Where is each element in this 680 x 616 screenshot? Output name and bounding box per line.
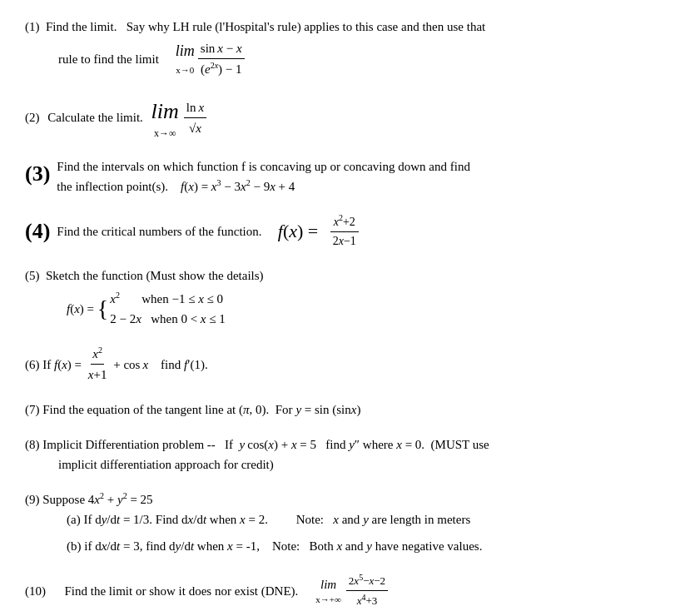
- piecewise-cases: x2 when −1 ≤ x ≤ 0 2 − 2x when 0 < x ≤ 1: [110, 289, 226, 329]
- problem-9-parta: (a) If dy/dt = 1/3. Find dx/dt when x = …: [67, 509, 655, 529]
- problem-10: (10) Find the limit or show it does nor …: [25, 571, 655, 610]
- problem-8-line2: implicit differentiation approach for cr…: [58, 455, 655, 474]
- denominator-2: √x: [186, 118, 204, 138]
- problem-4-number: (4): [25, 214, 50, 249]
- problem-1-text1: Find the limit. Say why LH rule (l'Hospi…: [46, 20, 485, 33]
- problem-6-row: (6) If f(x) = x2 x+1 + cos x find f′(1).: [25, 344, 655, 385]
- problem-2-number: (2): [25, 107, 42, 127]
- problem-4-text: Find the critical numbers of the functio…: [57, 221, 271, 241]
- lim-operator-2: lim x→∞: [151, 94, 179, 142]
- problem-6: (6) If f(x) = x2 x+1 + cos x find f′(1).: [25, 344, 655, 385]
- fraction-6: x2 x+1: [87, 344, 109, 385]
- problem-1-formula: lim x→0 sin x − x (e2x) − 1: [176, 38, 245, 79]
- lim-text-2: lim: [151, 94, 179, 129]
- lim-subscript-1: x→0: [176, 63, 194, 78]
- problem-3-row: (3) Find the intervals on which function…: [25, 156, 655, 196]
- problem-3-number: (3): [25, 156, 50, 191]
- problem-1-line2: rule to find the limit lim x→0 sin x − x…: [25, 38, 655, 79]
- problem-10-number: (10) Find the limit or show it does nor …: [25, 581, 310, 601]
- fraction-10: 2x5−x−2 x4+3: [346, 571, 388, 610]
- numerator-2: ln x: [184, 97, 206, 118]
- numerator-6: x2: [91, 344, 104, 365]
- numerator-10: 2x5−x−2: [346, 571, 388, 591]
- lim-subscript-10: x→+∞: [315, 593, 341, 608]
- problem-1-line1: (1) Find the limit. Say why LH rule (l'H…: [25, 17, 655, 37]
- denominator-1: (e2x) − 1: [198, 59, 245, 79]
- problem-2-text: Calculate the limit.: [47, 107, 146, 127]
- problem-3-text2: the inflection point(s). f(x) = x3 − 3x2…: [57, 176, 470, 196]
- problem-3: (3) Find the intervals on which function…: [25, 156, 655, 196]
- piecewise-case1: x2 when −1 ≤ x ≤ 0: [110, 289, 226, 309]
- lim-text-10: lim: [320, 574, 336, 594]
- problem-3-text1: Find the intervals on which function f i…: [57, 156, 470, 176]
- problem-9-line1: (9) Suppose 4x2 + y2 = 25: [25, 489, 655, 509]
- problem-5-line1: (5) Sketch the function (Must show the d…: [25, 266, 655, 286]
- lim-operator-1: lim x→0: [176, 39, 195, 77]
- problem-1-text2: rule to find the limit: [58, 49, 159, 69]
- piecewise-brace: {: [97, 297, 108, 320]
- numerator-1: sin x − x: [198, 38, 245, 59]
- fraction-1: sin x − x (e2x) − 1: [198, 38, 245, 79]
- fraction-2: ln x √x: [184, 97, 206, 138]
- problem-6-text2: + cos x find f′(1).: [110, 355, 207, 375]
- denominator-6: x+1: [87, 365, 109, 385]
- problem-3-content: Find the intervals on which function f i…: [57, 156, 470, 196]
- problem-4-fx: f(x) =: [278, 216, 323, 246]
- problem-2-row: (2) Calculate the limit. lim x→∞ ln x √x: [25, 94, 655, 142]
- problem-5-formula: f(x) = { x2 when −1 ≤ x ≤ 0 2 − 2x when …: [67, 289, 655, 329]
- denominator-4: 2x−1: [330, 232, 360, 251]
- problem-1: (1) Find the limit. Say why LH rule (l'H…: [25, 17, 655, 79]
- problem-10-row: (10) Find the limit or show it does nor …: [25, 571, 655, 610]
- piecewise-case2: 2 − 2x when 0 < x ≤ 1: [110, 309, 226, 329]
- denominator-10: x4+3: [355, 591, 380, 610]
- problem-4: (4) Find the critical numbers of the fun…: [25, 211, 655, 251]
- fraction-4: x2+2 2x−1: [330, 211, 360, 251]
- numerator-4: x2+2: [330, 211, 359, 232]
- problem-7: (7) Find the equation of the tangent lin…: [25, 400, 655, 420]
- problem-9-partb: (b) if dx/dt = 3, find dy/dt when x = -1…: [67, 536, 655, 556]
- problem-2: (2) Calculate the limit. lim x→∞ ln x √x: [25, 94, 655, 142]
- problem-9: (9) Suppose 4x2 + y2 = 25 (a) If dy/dt =…: [25, 489, 655, 556]
- lim-text-1: lim: [176, 39, 195, 63]
- problem-8: (8) Implicit Differentiation problem -- …: [25, 435, 655, 474]
- problem-6-number: (6) If f(x) =: [25, 355, 85, 375]
- problem-7-text: (7) Find the equation of the tangent lin…: [25, 403, 360, 416]
- lim-operator-10: lim x→+∞: [315, 574, 341, 608]
- problem-5: (5) Sketch the function (Must show the d…: [25, 266, 655, 329]
- problem-4-row: (4) Find the critical numbers of the fun…: [25, 211, 655, 251]
- problem-5-fx: f(x) =: [67, 299, 97, 319]
- problem-8-line1: (8) Implicit Differentiation problem -- …: [25, 435, 655, 455]
- problem-1-number: (1): [25, 20, 42, 33]
- lim-subscript-2: x→∞: [154, 126, 176, 142]
